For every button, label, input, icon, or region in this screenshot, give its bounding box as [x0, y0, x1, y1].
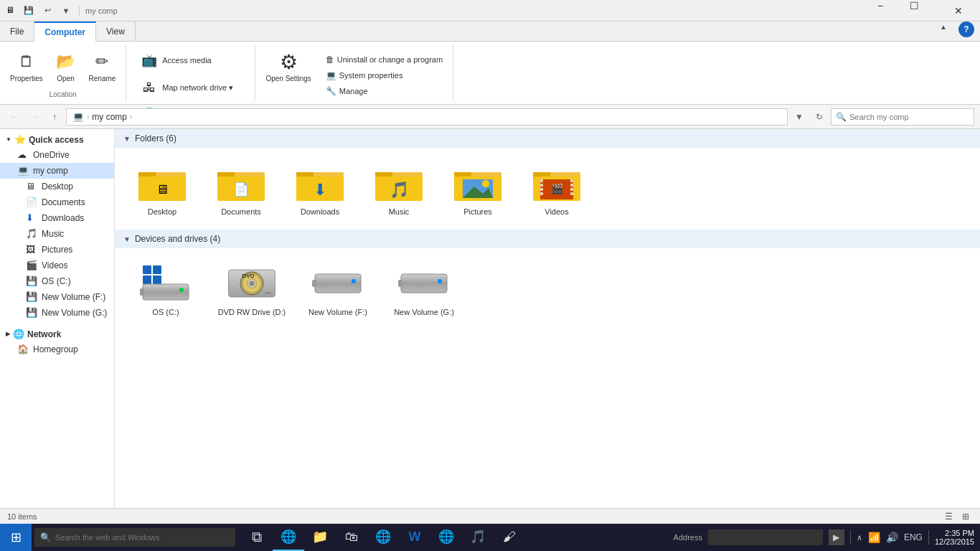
- taskbar-app-browser2[interactable]: 🌐: [430, 524, 462, 551]
- taskbar-address-go-button[interactable]: ▶: [829, 529, 844, 545]
- search-box: 🔍: [831, 108, 974, 126]
- uninstall-button[interactable]: 🗑 Uninstall or change a program: [321, 53, 447, 66]
- view-controls: ☰ ⊞: [941, 510, 973, 523]
- taskbar: ⊞ 🔍 ⧉ 🌐 📁 🛍 🌐 W 🌐 🎵 🖌 Address ▶ ∧ 📶 �: [0, 524, 980, 551]
- sidebar-item-homegroup[interactable]: 🏠 Homegroup: [0, 342, 114, 357]
- sidebar-item-downloads[interactable]: ⬇ Downloads: [0, 210, 114, 226]
- folders-section-header[interactable]: ▼ Folders (6): [115, 129, 980, 148]
- drives-section-header[interactable]: ▼ Devices and drives (4): [115, 230, 980, 248]
- folder-music[interactable]: 🎵 Music: [363, 156, 435, 221]
- media-icon: 🎵: [470, 529, 486, 545]
- location-group-label: Location: [50, 90, 77, 98]
- refresh-button[interactable]: ↻: [811, 108, 828, 126]
- rename-button[interactable]: ✏ Rename: [85, 47, 121, 85]
- videos-folder-label: Videos: [545, 207, 568, 216]
- folder-downloads[interactable]: ⬇ Downloads: [284, 156, 356, 221]
- taskbar-app-media[interactable]: 🎵: [462, 524, 494, 551]
- drive-new-vol-g[interactable]: New Volume (G:): [385, 257, 463, 321]
- search-input[interactable]: [849, 113, 969, 121]
- drive-dvd-d[interactable]: DVD DVD RW Drive (D:): [212, 257, 291, 321]
- downloads-label: Downloads: [42, 213, 84, 223]
- sidebar-item-desktop[interactable]: 🖥 Desktop: [0, 179, 114, 194]
- sidebar-item-quick-access[interactable]: ▼ ⭐ Quick access: [0, 132, 114, 147]
- taskbar-app-paint[interactable]: 🖌: [494, 524, 525, 551]
- taskbar-app-store[interactable]: 🛍: [336, 524, 367, 551]
- system-properties-button[interactable]: 💻 System properties: [321, 69, 447, 82]
- taskbar-app-word[interactable]: W: [399, 524, 430, 551]
- sidebar-item-new-vol-g[interactable]: 💾 New Volume (G:): [0, 305, 114, 321]
- svg-rect-26: [540, 179, 543, 182]
- drives-chevron-icon: ▼: [123, 235, 131, 243]
- svg-rect-50: [401, 274, 447, 293]
- onedrive-label: OneDrive: [33, 150, 70, 160]
- taskbar-task-view[interactable]: ⧉: [241, 524, 273, 551]
- sidebar-item-my-comp[interactable]: 💻 my comp: [0, 163, 114, 179]
- access-media-button[interactable]: 📺 Access media: [135, 47, 246, 73]
- svg-rect-27: [540, 184, 543, 187]
- tab-computer[interactable]: Computer: [34, 22, 96, 42]
- sidebar-item-network[interactable]: ▶ 🌐 Network: [0, 326, 114, 342]
- taskbar-app-chrome[interactable]: 🌐: [367, 524, 399, 551]
- open-button[interactable]: 📂 Open: [50, 47, 82, 85]
- map-network-drive-button[interactable]: 🖧 Map network drive ▾: [135, 75, 246, 100]
- folders-chevron-icon: ▼: [123, 135, 131, 143]
- maximize-button[interactable]: ☐: [910, 0, 942, 22]
- ribbon-expand-button[interactable]: ▲: [940, 23, 947, 31]
- sidebar-item-os-c[interactable]: 💾 OS (C:): [0, 273, 114, 289]
- forward-button[interactable]: →: [26, 108, 43, 126]
- up-button[interactable]: ↑: [46, 108, 63, 126]
- grid-view-button[interactable]: ⊞: [958, 510, 973, 523]
- music-folder-icon: 🎵: [373, 161, 425, 204]
- sidebar-item-new-vol-f[interactable]: 💾 New Volume (F:): [0, 289, 114, 305]
- svg-rect-28: [540, 188, 543, 191]
- open-settings-button[interactable]: ⚙ Open Settings: [261, 47, 315, 85]
- new-vol-g-label: New Volume (G:): [42, 308, 107, 318]
- desktop-folder-label: Desktop: [148, 207, 176, 216]
- title-bar-left: 🖥 💾 ↩ ▼ my comp: [6, 4, 118, 18]
- sidebar-item-videos[interactable]: 🎬 Videos: [0, 258, 114, 273]
- svg-text:⬇: ⬇: [314, 181, 326, 199]
- sidebar-item-documents[interactable]: 📄 Documents: [0, 194, 114, 210]
- drive-new-vol-f[interactable]: New Volume (F:): [298, 257, 377, 321]
- quick-undo-button[interactable]: ↩: [40, 4, 55, 18]
- pictures-folder-icon: [452, 161, 504, 204]
- quick-save-button[interactable]: 💾: [22, 4, 36, 18]
- folder-desktop[interactable]: 🖥 Desktop: [126, 156, 198, 221]
- clock-date: 12/23/2015: [935, 537, 974, 546]
- content-area: ▼ Folders (6) 🖥 Desktop: [115, 129, 980, 515]
- taskbar-search-input[interactable]: [55, 533, 230, 542]
- new-vol-f-drive-label: New Volume (F:): [308, 308, 367, 316]
- tab-view[interactable]: View: [96, 22, 136, 41]
- sidebar-item-music[interactable]: 🎵 Music: [0, 226, 114, 242]
- videos-folder-icon: 🎬: [531, 161, 583, 204]
- folder-pictures[interactable]: Pictures: [442, 156, 514, 221]
- drive-os-c[interactable]: OS (C:): [126, 257, 205, 321]
- folder-videos[interactable]: 🎬 Videos: [521, 156, 593, 221]
- network-tray-icon: 📶: [868, 532, 880, 543]
- start-button[interactable]: ⊞: [0, 524, 32, 551]
- svg-rect-35: [143, 265, 151, 274]
- sidebar: ▼ ⭐ Quick access ☁ OneDrive 💻 my comp 🖥 …: [0, 129, 115, 515]
- my-comp-label: my comp: [33, 166, 68, 176]
- help-button[interactable]: ?: [958, 22, 974, 37]
- tray-chevron-icon[interactable]: ∧: [857, 533, 862, 542]
- taskbar-app-ie[interactable]: 🌐: [273, 524, 304, 551]
- folders-section-label: Folders (6): [135, 133, 176, 143]
- quick-dropdown-button[interactable]: ▼: [59, 4, 73, 18]
- folder-documents[interactable]: 📄 Documents: [205, 156, 277, 221]
- minimize-button[interactable]: −: [877, 0, 910, 22]
- sidebar-item-pictures[interactable]: 🖼 Pictures: [0, 242, 114, 258]
- back-button[interactable]: ←: [6, 108, 23, 126]
- sidebar-item-onedrive[interactable]: ☁ OneDrive: [0, 147, 114, 163]
- list-view-button[interactable]: ☰: [941, 510, 956, 523]
- address-dropdown-button[interactable]: ▼: [791, 108, 808, 126]
- taskbar-app-explorer[interactable]: 📁: [304, 524, 336, 551]
- network-chevron-icon: ▶: [6, 331, 10, 337]
- close-button[interactable]: ✕: [942, 0, 974, 22]
- taskbar-address-input[interactable]: [708, 529, 823, 545]
- address-input[interactable]: 💻 › my comp ›: [66, 108, 788, 126]
- manage-button[interactable]: 🔧 Manage: [321, 85, 447, 98]
- properties-button[interactable]: 🗒 Properties: [6, 47, 47, 85]
- tab-file[interactable]: File: [0, 22, 34, 41]
- uninstall-icon: 🗑: [326, 55, 334, 65]
